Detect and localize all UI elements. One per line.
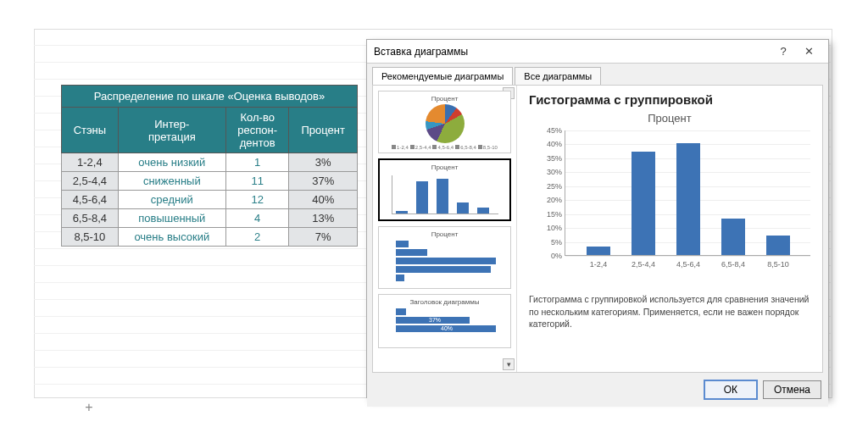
tab-recommended[interactable]: Рекомендуемые диаграммы <box>372 67 513 85</box>
cell-pct: 13% <box>289 209 358 228</box>
chart-plot-area: 0%5%10%15%20%25%30%35%40%45%1-2,42,5-4,4… <box>565 130 810 256</box>
col-header-pct: Процент <box>289 108 358 153</box>
cell-count: 4 <box>225 209 289 228</box>
cell-range: 1-2,4 <box>62 153 119 172</box>
ok-button[interactable]: ОК <box>704 380 758 400</box>
cell-count: 11 <box>225 172 289 191</box>
cell-range: 8,5-10 <box>62 228 119 247</box>
table-title: Распределение по шкале «Оценка выводов» <box>62 86 358 108</box>
col-header-count: Кол-во респон- дентов <box>225 108 289 153</box>
cell-interp: очень высокий <box>118 228 225 247</box>
dialog-titlebar[interactable]: Вставка диаграммы ? ✕ <box>367 40 828 64</box>
cell-interp: повышенный <box>118 209 225 228</box>
scroll-down-button[interactable]: ▾ <box>503 358 515 370</box>
table-header-row: Стэны Интер- претация Кол-во респон- ден… <box>62 108 358 153</box>
table-row[interactable]: 4,5-6,4средний1240% <box>62 191 358 209</box>
chart-bar <box>632 152 655 255</box>
dialog-body: ▴ Процент 1-2,42,5-4,44,5-6,46,5-8,48,5-… <box>372 85 823 373</box>
data-table[interactable]: Распределение по шкале «Оценка выводов» … <box>61 85 358 247</box>
table-row[interactable]: 1-2,4очень низкий13% <box>62 153 358 172</box>
dialog-title: Вставка диаграммы <box>374 46 771 58</box>
dialog-tabs: Рекомендуемые диаграммы Все диаграммы <box>367 64 828 85</box>
pie-icon <box>426 104 465 143</box>
spreadsheet-content: Распределение по шкале «Оценка выводов» … <box>61 36 400 247</box>
cell-range: 2,5-4,4 <box>62 172 119 191</box>
mini-column-icon <box>392 175 498 214</box>
table-row[interactable]: 8,5-10очень высокий27% <box>62 228 358 247</box>
chart-thumbnails[interactable]: ▴ Процент 1-2,42,5-4,44,5-6,46,5-8,48,5-… <box>373 86 517 372</box>
cell-interp: сниженный <box>118 172 225 191</box>
cell-count: 12 <box>225 191 289 209</box>
thumb-column[interactable]: Процент <box>378 158 511 221</box>
chart-title: Процент <box>529 112 810 125</box>
cell-pct: 7% <box>289 228 358 247</box>
cell-count: 2 <box>225 228 289 247</box>
table-row[interactable]: 2,5-4,4сниженный1137% <box>62 172 358 191</box>
cell-range: 6,5-8,4 <box>62 209 119 228</box>
thumb-barh[interactable]: Процент <box>378 226 511 289</box>
dialog-footer: ОК Отмена <box>367 373 828 407</box>
chart-description: Гистограмма с группировкой используется … <box>529 293 810 330</box>
preview-heading: Гистограмма с группировкой <box>529 92 810 107</box>
chart-bar <box>721 219 745 255</box>
cell-pct: 3% <box>289 153 358 172</box>
cell-range: 4,5-6,4 <box>62 191 119 209</box>
chart-bar <box>766 236 790 255</box>
chart-bar <box>676 143 700 255</box>
mini-barh-icon <box>396 239 501 283</box>
cancel-button[interactable]: Отмена <box>763 380 821 399</box>
chart-preview: Гистограмма с группировкой Процент 0%5%1… <box>517 86 822 372</box>
cell-interp: средний <box>118 191 225 209</box>
cell-count: 1 <box>225 153 289 172</box>
col-header-interp: Интер- претация <box>118 108 225 153</box>
cell-pct: 40% <box>289 191 358 209</box>
thumb-barh2[interactable]: Заголовок диаграммы 37% 40% <box>378 294 511 348</box>
thumb-pie[interactable]: Процент 1-2,42,5-4,44,5-6,46,5-8,48,5-10 <box>378 91 511 153</box>
add-sheet-button[interactable]: + <box>78 398 100 417</box>
close-button[interactable]: ✕ <box>796 45 821 58</box>
chart-bar <box>587 247 610 255</box>
insert-chart-dialog: Вставка диаграммы ? ✕ Рекомендуемые диаг… <box>366 39 829 398</box>
cell-pct: 37% <box>289 172 358 191</box>
table-row[interactable]: 6,5-8,4повышенный413% <box>62 209 358 228</box>
preview-chart[interactable]: Процент 0%5%10%15%20%25%30%35%40%45%1-2,… <box>529 112 810 281</box>
help-button[interactable]: ? <box>771 45 796 58</box>
col-header-range: Стэны <box>62 108 119 153</box>
cell-interp: очень низкий <box>118 153 225 172</box>
tab-all-charts[interactable]: Все диаграммы <box>515 67 601 85</box>
mini-barh2-icon: 37% 40% <box>396 307 501 334</box>
